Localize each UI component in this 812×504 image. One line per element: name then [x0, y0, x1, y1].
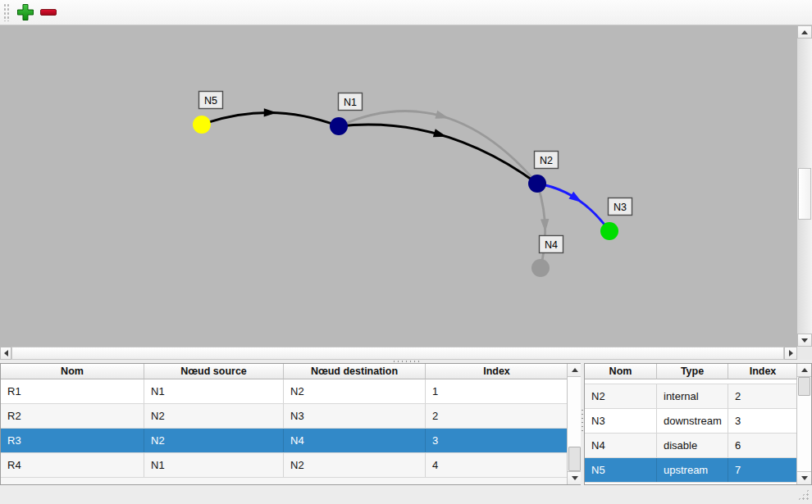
node-label[interactable]: N2 — [535, 152, 559, 169]
scroll-up-button[interactable] — [797, 364, 811, 377]
table-row[interactable]: R2N2N32 — [1, 404, 567, 429]
graph-edge[interactable] — [537, 184, 609, 231]
cell: R1 — [1, 379, 144, 403]
cell: N3 — [284, 404, 426, 428]
arrow-down-icon — [801, 476, 808, 480]
table-row[interactable]: R1N1N21 — [1, 379, 567, 404]
remove-button[interactable] — [37, 1, 60, 24]
cell: N1 — [144, 453, 284, 477]
edges-table-body: R1N1N21R2N2N32R3N2N43R4N1N24 — [1, 379, 567, 484]
graph-node[interactable] — [531, 259, 550, 277]
window-resize-grip[interactable] — [796, 488, 810, 502]
cell: 6 — [728, 434, 796, 457]
edge-arrow-icon — [435, 111, 449, 119]
cell: N4 — [284, 429, 426, 452]
cell: N2 — [585, 384, 657, 408]
edges-table-scrollbar[interactable] — [567, 364, 582, 484]
minus-icon — [39, 2, 58, 22]
column-header-nom[interactable]: Nom — [1, 364, 144, 379]
nodes-table-scrollbar[interactable] — [796, 364, 811, 484]
graph-node[interactable] — [600, 222, 618, 240]
cell: 7 — [728, 458, 796, 482]
column-header-index[interactable]: Index — [426, 364, 567, 379]
column-header-type[interactable]: Type — [657, 364, 728, 379]
cell: N2 — [284, 379, 426, 403]
application-window: N5N1N2N3N4 Nom Nœud source Nœud destinat… — [0, 0, 812, 504]
scroll-up-button[interactable] — [568, 364, 582, 377]
node-label[interactable]: N4 — [540, 236, 563, 253]
node-label[interactable]: N1 — [339, 93, 363, 111]
column-header-noeud-destination[interactable]: Nœud destination — [284, 364, 426, 379]
arrow-left-icon — [4, 350, 8, 356]
toolbar-drag-handle[interactable] — [3, 3, 11, 21]
scrollbar-track[interactable] — [11, 347, 784, 360]
scrollbar-corner — [797, 347, 812, 360]
edges-table-header: Nom Nœud source Nœud destination Index — [1, 364, 567, 379]
scrollbar-thumb[interactable] — [798, 168, 811, 220]
cell: downstream — [657, 409, 728, 433]
scroll-right-button[interactable] — [784, 347, 797, 360]
scroll-up-button[interactable] — [797, 25, 812, 39]
graph-node[interactable] — [193, 116, 211, 134]
nodes-table-body: N2internal2N3downstream3N4disable6N5upst… — [585, 379, 796, 484]
table-row[interactable]: N5upstream7 — [585, 458, 796, 483]
edges-table: Nom Nœud source Nœud destination Index R… — [0, 363, 582, 485]
arrow-down-icon — [572, 476, 578, 480]
node-label-text: N5 — [204, 95, 217, 107]
table-row[interactable]: N4disable6 — [585, 434, 796, 458]
canvas-vertical-scrollbar[interactable] — [797, 25, 812, 347]
cell: N5 — [585, 458, 657, 482]
edge-arrow-icon — [264, 108, 277, 116]
node-label-text: N3 — [614, 202, 627, 213]
column-header-noeud-source[interactable]: Nœud source — [144, 364, 284, 379]
cell: 4 — [426, 453, 567, 477]
cell: 2 — [728, 384, 796, 408]
scroll-down-button[interactable] — [797, 471, 811, 484]
arrow-up-icon — [572, 368, 578, 372]
graph-canvas[interactable]: N5N1N2N3N4 — [0, 25, 797, 347]
edge-arrow-icon — [541, 219, 549, 232]
cell: R3 — [1, 429, 144, 452]
cell: internal — [657, 384, 728, 408]
cell: N1 — [144, 379, 284, 403]
scroll-down-button[interactable] — [797, 334, 812, 347]
table-row[interactable]: R4N1N24 — [1, 453, 567, 478]
cell: N2 — [144, 404, 284, 428]
cell: N2 — [284, 453, 426, 477]
arrow-up-icon — [801, 368, 808, 372]
cell: N4 — [585, 434, 657, 457]
nodes-table-header: Nom Type Index — [585, 364, 796, 379]
column-header-nom[interactable]: Nom — [585, 364, 657, 379]
scrollbar-thumb[interactable] — [11, 347, 784, 360]
scrollbar-thumb[interactable] — [568, 447, 581, 471]
scroll-down-button[interactable] — [568, 471, 582, 484]
scroll-left-button[interactable] — [0, 347, 11, 360]
plus-icon — [16, 2, 35, 22]
scrollbar-thumb[interactable] — [798, 377, 810, 396]
cell: N2 — [144, 429, 284, 452]
graph-node[interactable] — [528, 175, 546, 193]
table-row[interactable]: N2internal2 — [585, 384, 796, 409]
node-label-text: N2 — [540, 155, 553, 166]
node-label-text: N4 — [545, 239, 558, 251]
arrow-down-icon — [801, 338, 808, 343]
toolbar — [0, 0, 812, 25]
edge-arrow-icon — [568, 192, 582, 202]
cell: 3 — [728, 409, 796, 433]
cell: N3 — [585, 409, 657, 433]
graph-edge[interactable] — [339, 111, 537, 184]
arrow-up-icon — [801, 30, 808, 34]
add-button[interactable] — [14, 1, 37, 24]
nodes-table: Nom Type Index N2internal2N3downstream3N… — [584, 363, 812, 485]
node-label[interactable]: N3 — [609, 198, 632, 216]
column-header-index[interactable]: Index — [728, 364, 796, 379]
cell: 3 — [426, 429, 567, 452]
canvas-horizontal-scrollbar[interactable] — [0, 347, 797, 360]
node-label-text: N1 — [344, 97, 357, 108]
node-label[interactable]: N5 — [199, 92, 223, 109]
table-row[interactable]: R3N2N43 — [1, 429, 567, 453]
cell: upstream — [657, 458, 728, 482]
table-row[interactable]: N3downstream3 — [585, 409, 796, 434]
scrollbar-track[interactable] — [797, 39, 812, 334]
graph-node[interactable] — [330, 117, 348, 135]
